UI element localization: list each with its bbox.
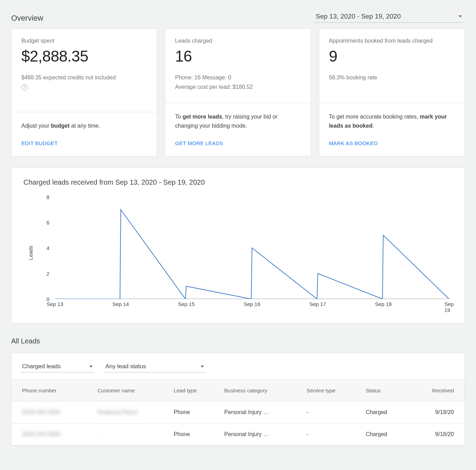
appts-label: Appointments booked from leads charged — [329, 38, 455, 44]
filter-lead-type[interactable]: Charged leads — [21, 361, 94, 372]
mark-as-booked-button[interactable]: MARK AS BOOKED — [329, 140, 455, 146]
all-leads-title: All Leads — [11, 337, 465, 345]
chart-y-tick: 2 — [47, 270, 49, 276]
chart-y-tick: 4 — [47, 245, 49, 251]
cell-lead_type: Phone — [168, 423, 219, 445]
cell-name: - — [92, 423, 168, 445]
table-row[interactable]: (000) 000-0000Redacted NamePhonePersonal… — [12, 401, 464, 423]
help-icon[interactable]: ? — [21, 84, 28, 91]
table-row[interactable]: (000) 000-0000-PhonePersonal Injury …-Ch… — [12, 423, 464, 445]
table-header: Business category — [219, 379, 301, 401]
table-header: Lead type — [168, 379, 219, 401]
filter-lead-status-value: Any lead status — [105, 363, 146, 370]
chart-area: Leads 02468 Sep 13Sep 14Sep 15Sep 16Sep … — [23, 197, 453, 309]
table-header: Received — [408, 379, 464, 401]
chevron-down-icon — [89, 365, 93, 368]
table-header: Service type — [301, 379, 360, 401]
cell-received: 9/18/20 — [408, 423, 464, 445]
leads-note-2: Average cost per lead: $180.52 — [175, 82, 301, 92]
budget-footer-text: Adjust your budget at any time. — [21, 121, 147, 130]
appts-footer-text: To get more accurate booking rates, mark… — [329, 112, 455, 130]
date-range-value: Sep 13, 2020 - Sep 19, 2020 — [316, 13, 401, 20]
chart-title: Charged leads received from Sep 13, 2020… — [23, 178, 453, 186]
get-more-leads-button[interactable]: GET MORE LEADS — [175, 140, 301, 146]
page-title: Overview — [11, 14, 43, 23]
chart-y-label: Leads — [28, 245, 34, 260]
chart-x-label: Sep 19 — [444, 301, 454, 313]
table-header: Customer name — [92, 379, 168, 401]
leads-label: Leads charged — [175, 38, 301, 44]
edit-budget-button[interactable]: EDIT BUDGET — [21, 140, 147, 146]
chevron-down-icon — [458, 15, 462, 17]
chart-x-label: Sep 17 — [309, 301, 326, 307]
table-header: Phone number — [12, 379, 92, 401]
chart-y-tick: 6 — [47, 219, 49, 225]
leads-table-card: Charged leads Any lead status Phone numb… — [11, 353, 465, 446]
appts-note: 56.3% booking rate — [329, 73, 455, 82]
cell-received: 9/18/20 — [408, 401, 464, 423]
leads-card: Leads charged 16 Phone: 16 Message: 0 Av… — [165, 28, 311, 156]
cell-category: Personal Injury … — [219, 401, 301, 423]
table-header: Status — [360, 379, 408, 401]
date-range-select[interactable]: Sep 13, 2020 - Sep 19, 2020 — [314, 10, 465, 23]
leads-table: Phone numberCustomer nameLead typeBusine… — [12, 379, 464, 446]
budget-label: Budget spent — [21, 38, 147, 44]
filter-lead-type-value: Charged leads — [22, 363, 61, 370]
chart-x-label: Sep 15 — [178, 301, 195, 307]
cell-name: Redacted Name — [92, 401, 168, 423]
chart-x-label: Sep 13 — [47, 301, 63, 307]
budget-note: $488.35 expected credits not included — [21, 73, 147, 82]
budget-card: Budget spent $2,888.35 $488.35 expected … — [11, 28, 157, 156]
filter-lead-status[interactable]: Any lead status — [104, 361, 205, 372]
cell-category: Personal Injury … — [219, 423, 301, 445]
chart-x-label: Sep 16 — [244, 301, 260, 307]
cell-status: Charged — [360, 423, 408, 445]
cell-phone: (000) 000-0000 — [12, 401, 92, 423]
chevron-down-icon — [201, 365, 204, 368]
chart-x-label: Sep 18 — [375, 301, 392, 307]
chart-svg — [55, 197, 449, 299]
cell-status: Charged — [360, 401, 408, 423]
appts-value: 9 — [329, 48, 455, 65]
leads-footer-text: To get more leads, try raising your bid … — [175, 112, 301, 130]
cell-phone: (000) 000-0000 — [12, 423, 92, 445]
leads-note-1: Phone: 16 Message: 0 — [175, 73, 301, 82]
chart-x-label: Sep 14 — [112, 301, 129, 307]
chart-y-tick: 8 — [47, 194, 49, 200]
cell-lead_type: Phone — [168, 401, 219, 423]
cell-service: - — [301, 423, 360, 445]
budget-value: $2,888.35 — [21, 48, 147, 65]
cell-service: - — [301, 401, 360, 423]
appointments-card: Appointments booked from leads charged 9… — [319, 28, 465, 156]
chart-card: Charged leads received from Sep 13, 2020… — [11, 168, 465, 323]
leads-value: 16 — [175, 48, 301, 65]
